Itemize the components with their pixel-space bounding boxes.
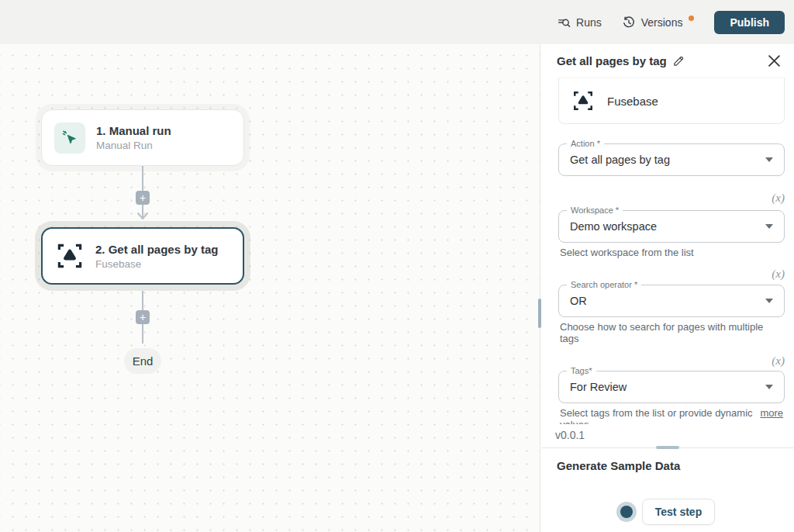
add-step-button[interactable]: +	[136, 191, 150, 205]
field-value: Get all pages by tag	[570, 154, 670, 166]
runs-button[interactable]: Runs	[557, 16, 602, 29]
insert-variable-icon[interactable]: (x)	[772, 268, 785, 281]
fusebase-logo-icon	[571, 89, 595, 112]
publish-button[interactable]: Publish	[714, 11, 785, 34]
node-title: 1. Manual run	[96, 124, 171, 137]
app-name: Fusebase	[607, 95, 658, 108]
workflow-editor: Runs Versions Publish	[0, 0, 794, 532]
manual-run-icon-tile	[54, 123, 85, 154]
test-step-status-icon	[620, 506, 633, 518]
helper-text: Choose how to search for pages with mult…	[560, 321, 783, 344]
field-value: Demo workspace	[570, 220, 657, 233]
runs-search-list-icon	[557, 16, 571, 29]
panel-title: Get all pages by tag	[557, 54, 667, 67]
insert-variable-icon[interactable]: (x)	[772, 354, 785, 368]
node-get-all-pages-selected[interactable]: 2. Get all pages by tag Fusebase	[41, 227, 244, 285]
workflow-canvas[interactable]: 1. Manual run Manual Run + 2. Get all	[0, 44, 540, 532]
test-step-button[interactable]: Test step	[642, 499, 715, 525]
node-subtitle: Manual Run	[96, 140, 171, 151]
section-title: Generate Sample Data	[557, 459, 778, 472]
node-manual-run[interactable]: 1. Manual run Manual Run	[41, 109, 244, 166]
close-panel-icon[interactable]	[765, 52, 783, 70]
versions-label: Versions	[641, 16, 683, 29]
manual-run-cursor-icon	[60, 129, 79, 147]
edge-arrowhead-icon	[136, 212, 149, 221]
tags-select[interactable]: Tags* For Review	[558, 371, 785, 403]
more-link[interactable]: more	[760, 407, 783, 419]
helper-text: Select workspace from the list	[560, 247, 783, 258]
runs-label: Runs	[576, 16, 602, 29]
generate-sample-data-section: Generate Sample Data Test step	[541, 448, 794, 532]
edit-title-pencil-icon[interactable]	[672, 55, 685, 67]
fusebase-logo-icon	[55, 241, 85, 271]
section-resize-handle[interactable]	[656, 446, 679, 449]
caret-down-icon	[765, 385, 773, 389]
variable-row: (x)	[558, 192, 785, 205]
field-label: Action *	[567, 139, 604, 148]
version-label: v0.0.1	[541, 424, 794, 447]
caret-down-icon	[765, 157, 773, 162]
caret-down-icon	[765, 224, 773, 229]
field-label: Workspace *	[567, 206, 623, 215]
panel-section-divider	[541, 447, 794, 448]
app-card: Fusebase	[558, 78, 785, 124]
versions-notification-dot	[689, 16, 694, 21]
add-step-button[interactable]: +	[136, 310, 150, 324]
field-label: Search operator *	[567, 280, 641, 289]
step-config-panel: Get all pages by tag	[541, 44, 794, 532]
variable-row: (x)	[558, 268, 785, 281]
node-subtitle: Fusebase	[95, 258, 218, 270]
top-bar: Runs Versions Publish	[0, 0, 794, 44]
helper-text: Select tags from the list or provide dyn…	[560, 407, 760, 424]
field-label: Tags*	[567, 366, 596, 375]
test-step-row: Test step	[557, 499, 778, 525]
helper-row: Select tags from the list or provide dyn…	[560, 407, 783, 424]
panel-header: Get all pages by tag	[541, 44, 794, 78]
node-title: 2. Get all pages by tag	[95, 243, 218, 256]
insert-variable-icon[interactable]: (x)	[772, 192, 785, 205]
search-operator-select[interactable]: Search operator * OR	[558, 285, 785, 317]
version-history-icon	[622, 16, 636, 29]
panel-scroll-area[interactable]: Fusebase Action * Get all pages by tag (…	[541, 78, 794, 424]
field-value: OR	[570, 295, 587, 307]
end-node[interactable]: End	[124, 348, 161, 374]
field-value: For Review	[570, 381, 627, 393]
versions-button[interactable]: Versions	[622, 16, 683, 29]
action-select[interactable]: Action * Get all pages by tag	[558, 143, 785, 176]
workspace-select[interactable]: Workspace * Demo workspace	[558, 210, 785, 243]
caret-down-icon	[765, 299, 773, 303]
